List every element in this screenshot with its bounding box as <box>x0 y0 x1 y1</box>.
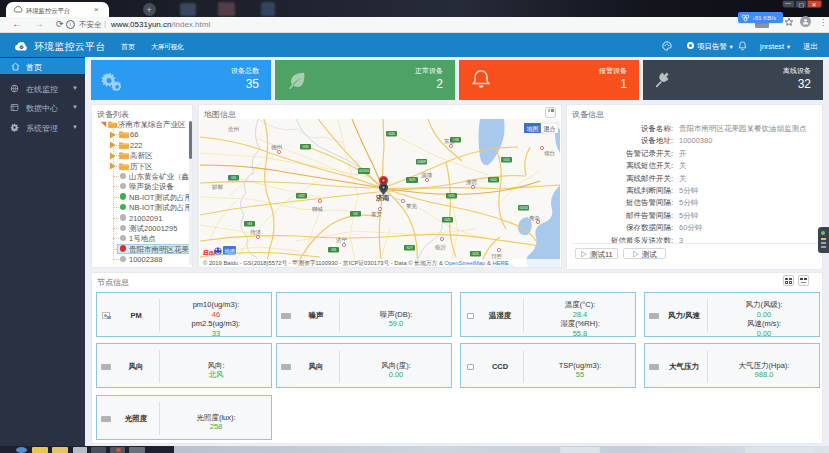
svg-text:德州: 德州 <box>271 144 283 151</box>
svg-text:G2: G2 <box>353 212 358 216</box>
svg-text:地图: 地图 <box>527 126 539 133</box>
svg-text:聊城: 聊城 <box>312 206 324 212</box>
svg-text:G3: G3 <box>247 222 252 226</box>
svg-text:G25: G25 <box>448 194 455 198</box>
svg-text:G35: G35 <box>302 145 309 149</box>
svg-text:济宁: 济宁 <box>336 237 348 244</box>
svg-text:S27: S27 <box>406 246 412 250</box>
svg-text:济南: 济南 <box>375 194 390 202</box>
svg-text:青岛: 青岛 <box>529 215 540 222</box>
svg-text:G22: G22 <box>298 194 305 198</box>
svg-text:S29: S29 <box>409 178 415 182</box>
svg-text:临沂: 临沂 <box>435 244 447 251</box>
svg-text:G2516: G2516 <box>359 169 370 173</box>
svg-text:地图: 地图 <box>224 248 236 255</box>
svg-text:G25: G25 <box>444 218 451 222</box>
svg-text:混合: 混合 <box>544 125 556 133</box>
svg-text:G20: G20 <box>490 178 497 182</box>
svg-text:G3: G3 <box>231 176 236 180</box>
svg-text:© 2019 Baidu - GS(2018)5572号 -: © 2019 Baidu - GS(2018)5572号 - 甲测资字11009… <box>203 259 509 267</box>
svg-text:G15: G15 <box>503 158 510 162</box>
svg-text:G3: G3 <box>331 248 336 252</box>
svg-text:淄博: 淄博 <box>421 172 433 179</box>
svg-text:沧州: 沧州 <box>228 126 240 133</box>
svg-text:潍坊: 潍坊 <box>466 179 478 186</box>
svg-text:东营: 东营 <box>443 138 456 145</box>
svg-text:泰安: 泰安 <box>371 211 383 217</box>
svg-text:邯郸: 邯郸 <box>211 184 224 190</box>
svg-text:G20: G20 <box>388 132 395 136</box>
svg-text:G204: G204 <box>519 206 528 210</box>
svg-text:G15: G15 <box>472 252 479 256</box>
svg-text:菏泽: 菏泽 <box>250 229 262 236</box>
svg-text:Bai: Bai <box>203 248 216 257</box>
svg-text:G309: G309 <box>417 160 426 164</box>
svg-text:烟台: 烟台 <box>544 150 555 157</box>
svg-text:莱芜: 莱芜 <box>406 203 418 210</box>
